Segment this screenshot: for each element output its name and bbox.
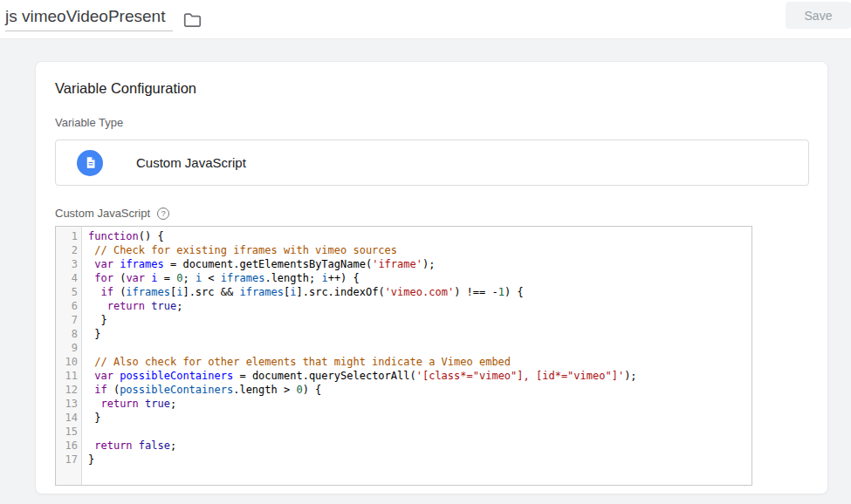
page-title: Variable Configuration <box>55 80 196 97</box>
code-line: function() { <box>88 229 751 243</box>
variable-configuration-card: Variable Configuration Variable Type Cus… <box>35 61 828 494</box>
editor-gutter: 1234567891011121314151617 <box>56 227 82 485</box>
line-number: 9 <box>56 341 78 355</box>
editor-code[interactable]: function() { // Check for existing ifram… <box>82 227 751 485</box>
line-number: 8 <box>56 327 78 341</box>
code-line: return true; <box>88 397 751 411</box>
editor-label: Custom JavaScript <box>55 207 150 220</box>
line-number: 14 <box>56 411 78 425</box>
folder-icon[interactable] <box>183 12 202 28</box>
editor-label-row: Custom JavaScript ? <box>55 207 169 220</box>
code-line: if (iframes[i].src && iframes[i].src.ind… <box>88 285 751 299</box>
variable-type-label: Variable Type <box>55 116 123 129</box>
line-number: 3 <box>56 257 78 271</box>
code-line: for (var i = 0; i < iframes.length; i++)… <box>88 271 751 285</box>
code-line: // Also check for other elements that mi… <box>88 355 751 369</box>
line-number: 12 <box>56 383 78 397</box>
code-line: return false; <box>88 439 751 453</box>
variable-title-input[interactable]: js vimeoVideoPresent <box>5 7 173 31</box>
code-line <box>88 341 751 355</box>
code-line: var iframes = document.getElementsByTagN… <box>88 257 751 271</box>
line-number: 13 <box>56 397 78 411</box>
code-line: return true; <box>88 299 751 313</box>
line-number: 6 <box>56 299 78 313</box>
line-number: 1 <box>56 229 78 243</box>
line-number: 5 <box>56 285 78 299</box>
save-button[interactable]: Save <box>786 2 851 29</box>
title-wrap: js vimeoVideoPresent <box>5 7 202 31</box>
code-editor[interactable]: 1234567891011121314151617 function() { /… <box>55 226 752 486</box>
document-icon <box>77 150 103 176</box>
line-number: 7 <box>56 313 78 327</box>
app-header: js vimeoVideoPresent Save <box>0 0 851 39</box>
code-line: var possibleContainers = document.queryS… <box>88 369 751 383</box>
code-line: } <box>88 411 751 425</box>
line-number: 11 <box>56 369 78 383</box>
code-line <box>88 425 751 439</box>
code-line: // Check for existing iframes with vimeo… <box>88 243 751 257</box>
variable-type-name: Custom JavaScript <box>136 155 246 170</box>
code-line: } <box>88 453 751 467</box>
line-number: 15 <box>56 425 78 439</box>
line-number: 2 <box>56 243 78 257</box>
code-line: } <box>88 327 751 341</box>
line-number: 10 <box>56 355 78 369</box>
help-icon[interactable]: ? <box>157 208 169 220</box>
line-number: 16 <box>56 439 78 453</box>
line-number: 4 <box>56 271 78 285</box>
code-line: } <box>88 313 751 327</box>
line-number: 17 <box>56 453 78 467</box>
variable-type-selector[interactable]: Custom JavaScript <box>55 140 809 186</box>
code-line: if (possibleContainers.length > 0) { <box>88 383 751 397</box>
